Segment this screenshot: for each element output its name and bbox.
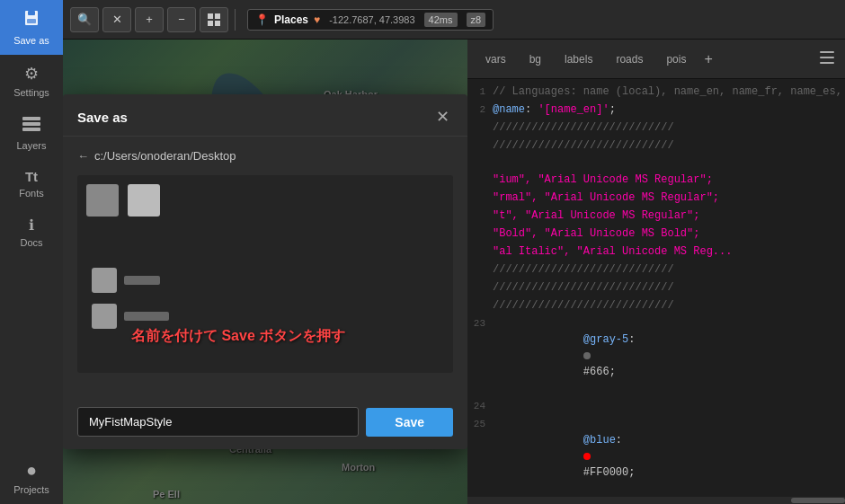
code-line-arial-3: "t", "Arial Unicode MS Regular"; xyxy=(467,207,845,225)
location-pin-icon: 📍 xyxy=(255,13,269,26)
sidebar-docs-label: Docs xyxy=(20,237,42,248)
tab-add-button[interactable]: + xyxy=(698,48,717,71)
sidebar: Save as ⚙ Settings Layers Tt Fonts ℹ Doc… xyxy=(0,0,63,504)
dialog-footer: Save xyxy=(63,398,467,449)
tabs-bar: vars bg labels roads pois + xyxy=(467,40,845,79)
location-bar[interactable]: 📍 Places ♥ -122.7687, 47.3983 42ms z8 xyxy=(247,9,494,31)
breadcrumb-row: ← c:/Users/onoderan/Desktop xyxy=(77,149,453,163)
svg-rect-5 xyxy=(22,128,40,131)
svg-rect-8 xyxy=(208,21,213,26)
code-empty-1 xyxy=(467,155,845,171)
dialog-close-button[interactable]: ✕ xyxy=(432,107,453,127)
file-row-1[interactable] xyxy=(86,262,444,298)
tab-roads[interactable]: roads xyxy=(605,48,654,71)
svg-rect-4 xyxy=(22,122,40,126)
latency-badge: 42ms xyxy=(424,13,458,27)
remove-button[interactable]: − xyxy=(167,7,196,32)
dialog-overlay: Save as ✕ ← c:/Users/onoderan/Desktop xyxy=(63,40,467,504)
svg-rect-11 xyxy=(820,57,834,58)
svg-rect-12 xyxy=(820,62,834,64)
tab-pois[interactable]: pois xyxy=(655,48,697,71)
layers-icon xyxy=(22,116,41,137)
fonts-icon: Tt xyxy=(25,169,38,184)
code-divider-4: //////////////////////////// xyxy=(467,279,845,296)
toolbar: 🔍 ✕ + − 📍 Places ♥ -122.7687, 47.3983 42… xyxy=(63,0,845,40)
search-button[interactable]: 🔍 xyxy=(70,7,99,32)
main-area: 🔍 ✕ + − 📍 Places ♥ -122.7687, 47.3983 42… xyxy=(63,0,845,504)
sidebar-settings-label: Settings xyxy=(13,87,49,98)
location-name: Places xyxy=(274,13,308,26)
tab-labels[interactable]: labels xyxy=(554,48,603,71)
code-editor[interactable]: 1 // Languages: name (local), name_en, n… xyxy=(467,79,845,497)
settings-icon: ⚙ xyxy=(24,64,39,84)
save-as-dialog: Save as ✕ ← c:/Users/onoderan/Desktop xyxy=(63,94,467,449)
tab-bg[interactable]: bg xyxy=(519,48,552,71)
file-thumb-2 xyxy=(128,184,160,217)
tab-vars[interactable]: vars xyxy=(475,48,517,71)
save-button[interactable]: Save xyxy=(366,408,453,437)
svg-rect-7 xyxy=(215,13,220,19)
breadcrumb-path: c:/Users/onoderan/Desktop xyxy=(94,149,236,163)
sidebar-item-docs[interactable]: ℹ Docs xyxy=(0,208,63,257)
code-line-2: 2 @name: '[name_en]'; xyxy=(467,101,845,119)
coords-text: -122.7687, 47.3983 xyxy=(329,14,414,25)
breadcrumb-arrow[interactable]: ← xyxy=(77,149,89,163)
filename-input[interactable] xyxy=(77,407,359,437)
code-line-24: 24 xyxy=(467,397,845,415)
scrollbar-thumb xyxy=(791,498,845,503)
code-line-arial-1: "ium", "Arial Unicode MS Regular"; xyxy=(467,171,845,189)
annotation-text: 名前を付けて Save ボタンを押す xyxy=(131,327,345,346)
tab-action-button[interactable] xyxy=(816,48,838,70)
sidebar-save-label: Save as xyxy=(13,35,49,46)
sidebar-projects-label: Projects xyxy=(13,484,49,495)
blue-color-dot xyxy=(583,453,591,460)
file-row-name-2 xyxy=(124,312,169,321)
file-row-thumb-2 xyxy=(92,304,117,329)
sidebar-item-settings[interactable]: ⚙ Settings xyxy=(0,55,63,107)
code-divider-1: //////////////////////////// xyxy=(467,119,845,137)
file-thumb-1 xyxy=(86,184,119,217)
file-rows-container xyxy=(86,262,444,364)
add-button[interactable]: + xyxy=(135,7,164,32)
toolbar-divider xyxy=(235,9,236,31)
code-line-23: 23 @gray-5: #666; xyxy=(467,314,845,397)
heart-icon: ♥ xyxy=(314,13,320,26)
code-line-arial-5: "al Italic", "Arial Unicode MS Reg... xyxy=(467,243,845,261)
code-line-1: 1 // Languages: name (local), name_en, n… xyxy=(467,83,845,101)
sidebar-layers-label: Layers xyxy=(16,140,46,151)
docs-icon: ℹ xyxy=(29,217,34,234)
dialog-title: Save as xyxy=(77,110,128,125)
sidebar-item-fonts[interactable]: Tt Fonts xyxy=(0,160,63,208)
grid-button[interactable] xyxy=(200,7,228,32)
map-area[interactable]: Oak Harbor Port Angeles Olympic National… xyxy=(63,40,467,504)
svg-rect-1 xyxy=(28,11,35,15)
sidebar-fonts-label: Fonts xyxy=(19,188,44,199)
close-button[interactable]: ✕ xyxy=(102,7,131,32)
file-grid: 名前を付けて Save ボタンを押す xyxy=(77,175,453,373)
file-top-row xyxy=(86,184,444,246)
code-divider-5: //////////////////////////// xyxy=(467,296,845,314)
gray-color-dot xyxy=(583,352,591,359)
file-item-1[interactable] xyxy=(86,184,119,246)
projects-icon: ● xyxy=(26,460,37,481)
code-line-25: 25 @blue: #FF0000; xyxy=(467,415,845,497)
svg-rect-2 xyxy=(27,19,36,23)
content-row: Oak Harbor Port Angeles Olympic National… xyxy=(63,40,845,504)
code-scrollbar[interactable] xyxy=(467,497,845,504)
svg-rect-3 xyxy=(22,117,40,120)
sidebar-item-layers[interactable]: Layers xyxy=(0,107,63,160)
code-divider-3: //////////////////////////// xyxy=(467,261,845,279)
zoom-badge: z8 xyxy=(467,13,486,27)
right-panel: vars bg labels roads pois + xyxy=(467,40,845,504)
svg-rect-9 xyxy=(215,21,220,26)
code-line-arial-2: "rmal", "Arial Unicode MS Regular"; xyxy=(467,189,845,207)
code-line-arial-4: "Bold", "Arial Unicode MS Bold"; xyxy=(467,225,845,243)
file-item-2[interactable] xyxy=(128,184,160,246)
file-row-name-1 xyxy=(124,276,160,285)
dialog-body: ← c:/Users/onoderan/Desktop xyxy=(63,137,467,398)
sidebar-item-projects[interactable]: ● Projects xyxy=(0,451,63,504)
code-divider-2: //////////////////////////// xyxy=(467,137,845,155)
save-icon xyxy=(22,9,40,31)
sidebar-item-save-as[interactable]: Save as xyxy=(0,0,63,55)
file-row-thumb-1 xyxy=(92,268,117,293)
